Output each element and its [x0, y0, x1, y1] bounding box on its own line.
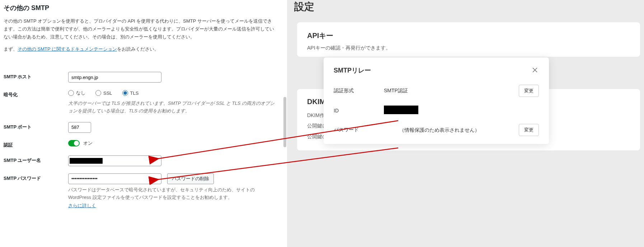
auth-type-change-button[interactable]: 変更 [519, 85, 539, 97]
enc-tls-label: TLS [130, 90, 139, 96]
smtp-host-input[interactable] [68, 72, 161, 83]
enc-tls-radio[interactable]: TLS [122, 90, 139, 96]
left-panel: その他の SMTP その他の SMTP オプションを使用すると、プロバイダーの … [0, 0, 287, 247]
modal-row-password: パスワード （情報保護のため表示されません） 変更 [334, 124, 539, 136]
more-link[interactable]: さらに詳しく [68, 202, 276, 209]
smtp-pass-input[interactable] [68, 173, 161, 184]
api-key-desc: APIキーの確認・再発行ができます。 [307, 45, 630, 51]
right-page-title: 設定 [294, 0, 314, 14]
enc-none-radio[interactable]: なし [68, 90, 85, 96]
row-host: SMTP ホスト [4, 72, 283, 83]
smtp-relay-modal: SMTPリレー 認証形式 SMTP認証 変更 ID パスワード （情報保護のため… [324, 57, 549, 144]
row-encryption: 暗号化 なし SSL TLS 大半のサーバーでは TLS が推奨されています。S… [4, 90, 283, 115]
row-user: SMTP ユーザー名 [4, 155, 283, 166]
row-port: SMTP ポート [4, 122, 283, 133]
row-auth: 認証 オン [4, 140, 283, 148]
auth-toggle[interactable] [68, 140, 80, 146]
row-password: SMTP パスワード パスワードの削除 パスワードはデータベースで暗号化されてい… [4, 173, 283, 209]
pass-change-button[interactable]: 変更 [519, 124, 539, 136]
host-label: SMTP ホスト [4, 72, 68, 80]
modal-row-auth-type: 認証形式 SMTP認証 変更 [334, 85, 539, 97]
enc-ssl-label: SSL [103, 90, 112, 96]
port-label: SMTP ポート [4, 122, 68, 130]
scrollbar[interactable] [283, 97, 286, 147]
close-icon[interactable] [532, 67, 539, 74]
api-key-title: APIキー [307, 31, 630, 41]
auth-type-value: SMTP認証 [380, 88, 512, 94]
enc-none-label: なし [76, 90, 85, 96]
doc-link[interactable]: その他の SMTP に関するドキュメンテーション [18, 46, 117, 52]
pass-label: SMTP パスワード [4, 173, 68, 182]
id-redacted [384, 106, 418, 114]
api-key-card: APIキー APIキーの確認・再発行ができます。 [297, 22, 640, 57]
auth-toggle-label: オン [83, 140, 93, 146]
id-label: ID [334, 108, 380, 113]
doc-suffix: をお読みください。 [117, 46, 159, 52]
left-heading: その他の SMTP [4, 4, 283, 12]
pass-help-text: パスワードはデータベースで暗号化されていますが、セキュリティ向上のため、サイトの… [68, 186, 276, 201]
user-label: SMTP ユーザー名 [4, 155, 68, 164]
modal-title: SMTPリレー [334, 66, 371, 75]
modal-pass-label: パスワード [334, 127, 380, 133]
modal-row-id: ID [334, 106, 539, 115]
auth-type-label: 認証形式 [334, 88, 380, 94]
doc-prefix: まず、 [4, 46, 18, 52]
smtp-port-input[interactable] [68, 122, 91, 133]
enc-help-text: 大半のサーバーでは TLS が推奨されています。SMTP プロバイダーが SSL… [68, 100, 276, 115]
modal-pass-value: （情報保護のため表示されません） [396, 126, 496, 134]
left-description: その他の SMTP オプションを使用すると、プロバイダーの API を使用する代… [4, 17, 276, 41]
user-redacted [70, 158, 103, 164]
doc-line: まず、その他の SMTP に関するドキュメンテーションをお読みください。 [4, 46, 283, 52]
enc-ssl-radio[interactable]: SSL [95, 90, 112, 96]
remove-password-button[interactable]: パスワードの削除 [167, 173, 214, 184]
enc-label: 暗号化 [4, 90, 68, 98]
auth-label: 認証 [4, 140, 68, 148]
